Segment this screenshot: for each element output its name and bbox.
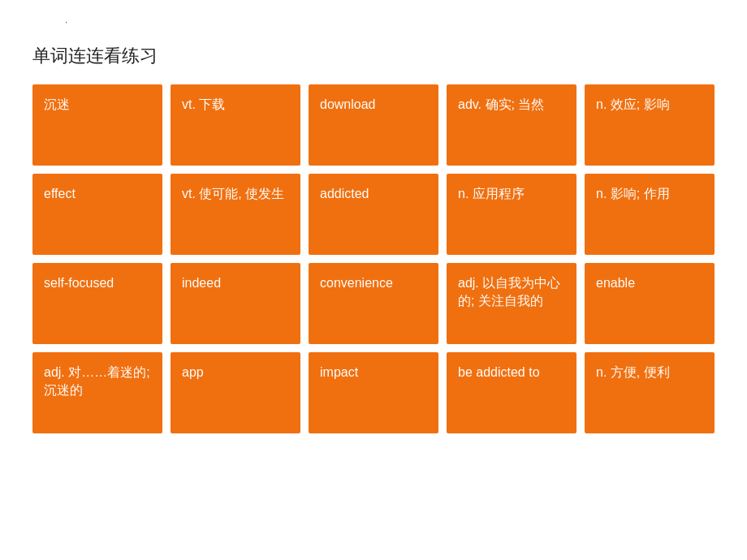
decorative-dot: · bbox=[65, 16, 715, 28]
vocabulary-card-20[interactable]: n. 方便, 便利 bbox=[585, 352, 715, 433]
vocabulary-card-17[interactable]: app bbox=[171, 352, 300, 433]
vocabulary-card-6[interactable]: effect bbox=[32, 174, 162, 255]
vocabulary-card-7[interactable]: vt. 使可能, 使发生 bbox=[171, 174, 300, 255]
vocabulary-card-16[interactable]: adj. 对……着迷的; 沉迷的 bbox=[32, 352, 162, 433]
vocabulary-card-5[interactable]: n. 效应; 影响 bbox=[585, 84, 715, 166]
card-grid: 沉迷vt. 下载downloadadv. 确实; 当然n. 效应; 影响effe… bbox=[32, 84, 715, 433]
vocabulary-card-1[interactable]: 沉迷 bbox=[32, 84, 162, 166]
vocabulary-card-11[interactable]: self-focused bbox=[32, 263, 162, 344]
vocabulary-card-12[interactable]: indeed bbox=[171, 263, 300, 344]
vocabulary-card-9[interactable]: n. 应用程序 bbox=[447, 174, 576, 255]
vocabulary-card-18[interactable]: impact bbox=[309, 352, 438, 433]
vocabulary-card-14[interactable]: adj. 以自我为中心的; 关注自我的 bbox=[447, 263, 576, 344]
vocabulary-card-10[interactable]: n. 影响; 作用 bbox=[585, 174, 715, 255]
vocabulary-card-8[interactable]: addicted bbox=[309, 174, 438, 255]
vocabulary-card-3[interactable]: download bbox=[309, 84, 438, 166]
vocabulary-card-13[interactable]: convenience bbox=[309, 263, 438, 344]
vocabulary-card-19[interactable]: be addicted to bbox=[447, 352, 576, 433]
vocabulary-card-2[interactable]: vt. 下载 bbox=[171, 84, 300, 166]
vocabulary-card-15[interactable]: enable bbox=[585, 263, 715, 344]
vocabulary-card-4[interactable]: adv. 确实; 当然 bbox=[447, 84, 576, 166]
page-title: 单词连连看练习 bbox=[32, 44, 715, 68]
